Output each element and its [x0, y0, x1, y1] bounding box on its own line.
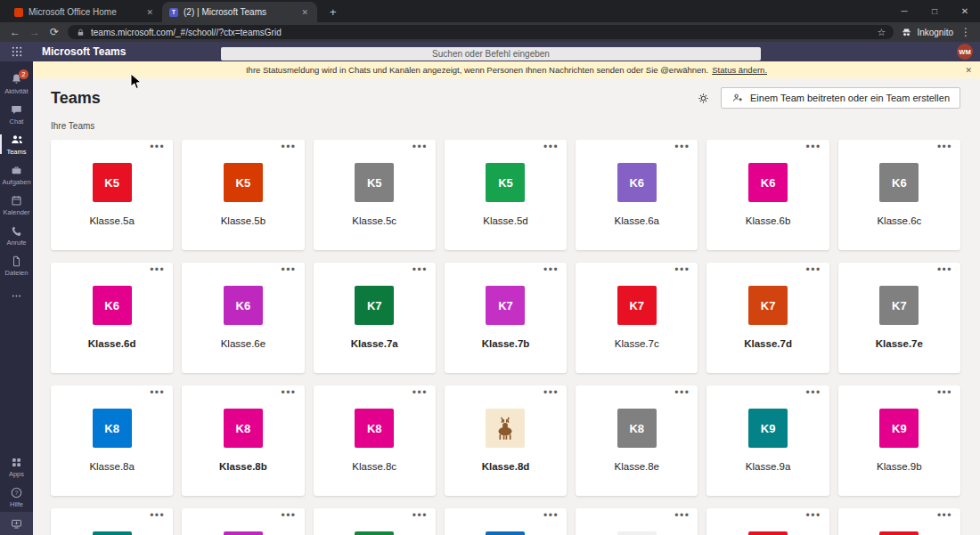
team-card-Klasse.7a[interactable]: •••K7Klasse.7a [314, 263, 436, 373]
more-options-icon[interactable]: ••• [150, 509, 165, 522]
more-options-icon[interactable]: ••• [674, 263, 690, 276]
team-card-Klasse.8e[interactable]: •••K8Klasse.8e [576, 385, 698, 496]
browser-menu-icon[interactable]: ⋮ [960, 26, 971, 38]
team-card-partial-6[interactable]: ••• [838, 508, 960, 535]
more-options-icon[interactable]: ••• [674, 386, 690, 399]
more-options-icon[interactable]: ••• [806, 509, 821, 522]
team-card-Klasse.6b[interactable]: •••K6Klasse.6b [706, 140, 829, 250]
more-options-icon[interactable]: ••• [412, 263, 428, 276]
your-teams-label: Ihre Teams [51, 121, 960, 131]
browser-tab-1[interactable]: T(2) | Microsoft Teams✕ [162, 2, 317, 22]
sidebar-item-apps[interactable]: Apps [0, 451, 33, 482]
team-card-Klasse.5d[interactable]: •••K5Klasse.5d [445, 140, 567, 250]
team-card-Klasse.7b[interactable]: •••K7Klasse.7b [445, 263, 567, 373]
more-options-icon[interactable]: ••• [281, 141, 296, 153]
sidebar-item-aufgaben[interactable]: Aufgaben [0, 159, 33, 190]
team-card-Klasse.5a[interactable]: •••K5Klasse.5a [51, 140, 173, 250]
app-launcher-icon[interactable] [0, 45, 33, 58]
more-options-icon[interactable]: ••• [412, 509, 428, 522]
more-options-icon[interactable]: ••• [281, 263, 296, 276]
incognito-icon [901, 27, 912, 38]
back-icon[interactable]: ← [9, 26, 21, 38]
team-card-Klasse.6c[interactable]: •••K6Klasse.6c [838, 140, 960, 250]
team-tile: K6 [748, 163, 788, 202]
more-options-icon[interactable]: ••• [150, 263, 165, 276]
more-options-icon[interactable]: ••• [937, 141, 952, 153]
sidebar-item-teams[interactable]: Teams [0, 129, 33, 159]
more-options-icon[interactable]: ••• [543, 509, 559, 522]
team-card-partial-5[interactable]: ••• [706, 508, 829, 535]
sidebar-item-dateien[interactable]: Dateien [0, 250, 33, 280]
sidebar-item-anrufe[interactable]: Anrufe [0, 220, 33, 250]
sidebar-item-label: Hilfe [10, 500, 23, 508]
more-options-icon[interactable]: ••• [543, 386, 559, 399]
more-options-icon[interactable]: ••• [150, 141, 165, 153]
team-card-Klasse.9a[interactable]: •••K9Klasse.9a [706, 385, 829, 496]
more-options-icon[interactable]: ••• [806, 141, 821, 153]
more-options-icon[interactable]: ••• [281, 386, 296, 399]
bookmark-star-icon[interactable]: ☆ [878, 27, 886, 38]
new-tab-button[interactable]: + [326, 2, 340, 22]
search-input[interactable] [221, 47, 761, 61]
tab-close-icon[interactable]: ✕ [144, 7, 155, 18]
sidebar-item-chat[interactable]: Chat [0, 99, 33, 129]
team-card-partial-1[interactable]: ••• [182, 508, 304, 535]
more-options-icon[interactable]: ••• [150, 386, 165, 399]
more-options-icon[interactable]: ••• [937, 263, 952, 276]
sidebar-item-hilfe[interactable]: ?Hilfe [0, 482, 33, 512]
forward-icon[interactable]: → [29, 26, 41, 38]
more-options-icon[interactable]: ••• [674, 509, 690, 522]
team-tile: K5 [355, 163, 394, 202]
tab-title: (2) | Microsoft Teams [184, 7, 294, 17]
team-card-Klasse.9b[interactable]: •••K9Klasse.9b [838, 385, 960, 496]
sidebar-item-aktivitt[interactable]: Aktivität2 [0, 69, 33, 99]
team-card-Klasse.8b[interactable]: •••K8Klasse.8b [182, 385, 304, 496]
team-tile: K5 [486, 163, 525, 202]
team-card-Klasse.7e[interactable]: •••K7Klasse.7e [838, 263, 960, 373]
more-options-icon[interactable]: ••• [937, 386, 952, 399]
team-card-Klasse.6a[interactable]: •••K6Klasse.6a [576, 140, 698, 250]
team-card-partial-2[interactable]: ••• [314, 508, 436, 535]
more-options-icon[interactable]: ••• [674, 141, 690, 153]
team-name: Klasse.9a [746, 461, 791, 472]
close-window-icon[interactable]: ✕ [950, 0, 980, 22]
more-options-icon[interactable]: ••• [543, 263, 559, 276]
minimize-icon[interactable]: ─ [889, 0, 919, 22]
team-card-Klasse.8a[interactable]: •••K8Klasse.8a [51, 385, 173, 496]
team-card-Klasse.5b[interactable]: •••K5Klasse.5b [182, 140, 304, 250]
change-status-link[interactable]: Status ändern. [712, 65, 767, 75]
team-name: Klasse.8a [89, 461, 135, 472]
team-card-Klasse.6d[interactable]: •••K6Klasse.6d [51, 263, 173, 373]
more-options-icon[interactable]: ••• [543, 141, 559, 153]
browser-navbar: ← → ⟳ teams.microsoft.com/_#/school//?ct… [0, 22, 980, 42]
banner-close-icon[interactable]: ✕ [965, 66, 972, 75]
sidebar-item-kalender[interactable]: Kalender [0, 190, 33, 220]
avatar[interactable]: WM [957, 44, 973, 60]
office-favicon-icon [14, 8, 23, 17]
more-options-icon[interactable]: ••• [806, 263, 821, 276]
download-desktop-app-button[interactable] [0, 512, 33, 535]
team-name: Klasse.8b [219, 461, 267, 472]
refresh-icon[interactable]: ⟳ [48, 26, 61, 38]
team-card-Klasse.5c[interactable]: •••K5Klasse.5c [314, 140, 436, 250]
maximize-icon[interactable]: □ [919, 0, 950, 22]
more-options-icon[interactable]: ••• [412, 141, 428, 153]
more-options-icon[interactable]: ••• [412, 386, 428, 399]
team-card-partial-4[interactable]: ••• [576, 508, 698, 535]
team-card-Klasse.6e[interactable]: •••K6Klasse.6e [182, 263, 304, 373]
more-options-icon[interactable]: ••• [806, 386, 821, 399]
team-card-Klasse.7d[interactable]: •••K7Klasse.7d [706, 263, 829, 373]
url-bar[interactable]: teams.microsoft.com/_#/school//?ctx=team… [68, 25, 894, 39]
join-or-create-team-button[interactable]: Einem Team beitreten oder ein Team erste… [721, 87, 960, 109]
team-card-partial-0[interactable]: ••• [51, 508, 173, 535]
more-options-icon[interactable]: ••• [937, 509, 952, 522]
team-card-partial-3[interactable]: ••• [445, 508, 567, 535]
team-card-Klasse.8d[interactable]: •••Klasse.8d [445, 385, 567, 496]
team-card-Klasse.8c[interactable]: •••K8Klasse.8c [314, 385, 436, 496]
manage-teams-gear-icon[interactable] [697, 92, 710, 105]
more-options-icon[interactable]: ••• [281, 509, 296, 522]
browser-tab-0[interactable]: Microsoft Office Home✕ [7, 2, 162, 22]
tab-close-icon[interactable]: ✕ [299, 7, 310, 18]
sidebar-item-more[interactable] [0, 280, 33, 311]
team-card-Klasse.7c[interactable]: •••K7Klasse.7c [576, 263, 698, 373]
